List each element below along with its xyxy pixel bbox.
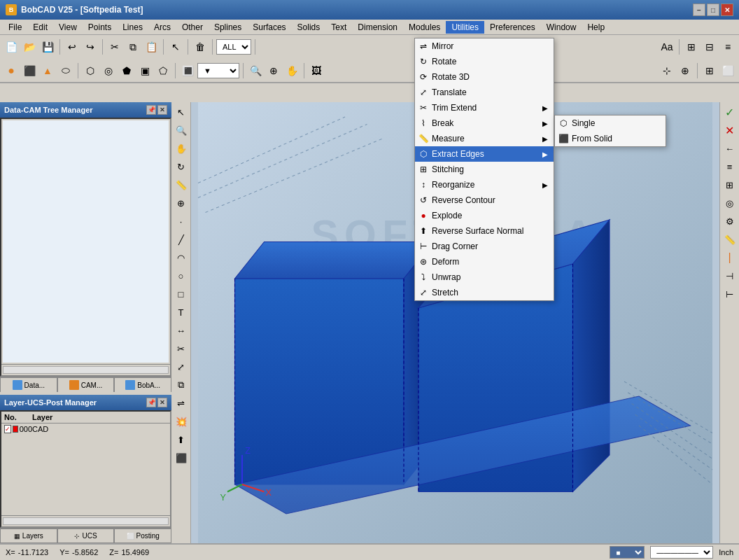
- layer-panel-pin[interactable]: 📌: [146, 398, 156, 407]
- menu-rotate[interactable]: ↻ Rotate: [415, 54, 554, 69]
- menu-deform[interactable]: ⊛ Deform: [415, 254, 554, 270]
- menu-modules[interactable]: Modules: [403, 21, 446, 34]
- menu-preferences[interactable]: Preferences: [484, 21, 541, 34]
- menu-extract-edges[interactable]: ⬡ Extract Edges ▶: [415, 146, 554, 162]
- redo-btn[interactable]: ↪: [82, 38, 99, 55]
- tree-scrollbar[interactable]: [1, 364, 170, 375]
- shape3-btn[interactable]: ⬟: [118, 62, 135, 79]
- tool-circle[interactable]: ○: [173, 267, 190, 284]
- menu-unwrap[interactable]: ⤵ Unwrap: [415, 270, 554, 285]
- menu-explode[interactable]: ● Explode: [415, 208, 554, 223]
- select-btn[interactable]: ↖: [167, 38, 184, 55]
- tool-r8[interactable]: ⊢: [722, 286, 738, 302]
- color-combo[interactable]: ■: [610, 546, 645, 559]
- tool-point[interactable]: ·: [173, 213, 190, 230]
- menu-view[interactable]: View: [53, 21, 83, 34]
- menu-lines[interactable]: Lines: [117, 21, 148, 34]
- tool-r2[interactable]: ⊞: [722, 176, 738, 193]
- tool-dim[interactable]: ↔: [173, 322, 190, 339]
- circle-btn[interactable]: ●: [3, 62, 20, 79]
- tool-rotate-view[interactable]: ↻: [173, 158, 190, 175]
- tool-pan[interactable]: ✋: [173, 140, 190, 157]
- view-btn2[interactable]: ⊟: [701, 38, 718, 55]
- tree-panel-pin[interactable]: 📌: [146, 105, 156, 115]
- sym-btn2[interactable]: ⬜: [719, 62, 736, 79]
- submenu-from-solid[interactable]: ⬛ From Solid: [555, 131, 666, 146]
- menu-splines[interactable]: Splines: [209, 21, 247, 34]
- view-combo[interactable]: ▼: [197, 63, 239, 78]
- tool-text[interactable]: T: [173, 304, 190, 321]
- shape2-btn[interactable]: ◎: [100, 62, 117, 79]
- menu-mirror[interactable]: ⇌ Mirror: [415, 38, 554, 54]
- cone-btn[interactable]: ▲: [39, 62, 56, 79]
- tool-r1[interactable]: ≡: [722, 158, 738, 175]
- tool-snap[interactable]: ⊕: [173, 195, 190, 211]
- tool-arc[interactable]: ◠: [173, 249, 190, 266]
- delete-btn[interactable]: 🗑: [192, 38, 209, 55]
- restore-button[interactable]: □: [707, 4, 719, 16]
- tool-extrude[interactable]: ⬆: [173, 431, 190, 448]
- shape4-btn[interactable]: ▣: [136, 62, 153, 79]
- layer-check[interactable]: ✓: [4, 425, 11, 433]
- menu-edit[interactable]: Edit: [27, 21, 53, 34]
- cube-btn[interactable]: ⬛: [21, 62, 38, 79]
- all-combo[interactable]: ALL: [216, 39, 251, 55]
- menu-translate[interactable]: ⤢ Translate: [415, 85, 554, 100]
- menu-rotate3d[interactable]: ⟳ Rotate 3D: [415, 69, 554, 85]
- zoom-btn[interactable]: 🔍: [247, 62, 264, 79]
- close-button[interactable]: ✕: [721, 4, 733, 16]
- menu-help[interactable]: Help: [582, 21, 610, 34]
- layer-hscrollbar[interactable]: [1, 515, 170, 526]
- menu-other[interactable]: Other: [176, 21, 209, 34]
- line-combo[interactable]: ——————: [650, 546, 713, 559]
- menu-window[interactable]: Window: [541, 21, 582, 34]
- layer-panel-close[interactable]: ✕: [157, 398, 167, 407]
- tool-back[interactable]: ←: [722, 140, 738, 157]
- tab-data[interactable]: Data...: [0, 377, 57, 392]
- shape5-btn[interactable]: ⬠: [155, 62, 171, 79]
- cylinder-btn[interactable]: ⬭: [57, 62, 74, 79]
- menu-solids[interactable]: Solids: [292, 21, 326, 34]
- view-btn1[interactable]: ⊞: [683, 38, 700, 55]
- menu-file[interactable]: File: [3, 21, 27, 34]
- tool-trim[interactable]: ✂: [173, 340, 190, 357]
- pan-btn[interactable]: ✋: [283, 62, 300, 79]
- snap-btn2[interactable]: ⊕: [677, 62, 694, 79]
- menu-reorganize[interactable]: ↕ Reorganize ▶: [415, 177, 554, 192]
- tab-layers[interactable]: ▦ Layers: [0, 528, 57, 543]
- tool-rect[interactable]: □: [173, 286, 190, 302]
- menu-trim-extend[interactable]: ✂ Trim Extend ▶: [415, 100, 554, 115]
- menu-text[interactable]: Text: [325, 21, 352, 34]
- font-btn[interactable]: Aa: [659, 38, 675, 55]
- layer-row[interactable]: ✓ 000 CAD: [1, 424, 170, 435]
- menu-dimension[interactable]: Dimension: [352, 21, 403, 34]
- tab-ucs[interactable]: ⊹ UCS: [57, 528, 115, 543]
- tool-mirror2[interactable]: ⇌: [173, 395, 190, 412]
- new-btn[interactable]: 📄: [3, 38, 20, 55]
- tool-cancel[interactable]: ✕: [722, 122, 738, 139]
- menu-surfaces[interactable]: Surfaces: [247, 21, 291, 34]
- view-btn3[interactable]: ≡: [719, 38, 736, 55]
- tab-cam[interactable]: CAM...: [57, 377, 115, 392]
- tool-explode2[interactable]: 💥: [173, 413, 190, 430]
- tool-select[interactable]: ↖: [173, 104, 190, 120]
- tree-panel-close[interactable]: ✕: [157, 105, 167, 115]
- open-btn[interactable]: 📂: [21, 38, 38, 55]
- submenu-single[interactable]: ⬡ Single: [555, 115, 666, 131]
- menu-reverse-contour[interactable]: ↺ Reverse Contour: [415, 192, 554, 208]
- snap-btn1[interactable]: ⊹: [659, 62, 675, 79]
- paste-btn[interactable]: 📋: [143, 38, 160, 55]
- tool-accept[interactable]: ✓: [722, 104, 738, 120]
- tool-zoom-in[interactable]: 🔍: [173, 122, 190, 139]
- sym-btn1[interactable]: ⊞: [701, 62, 718, 79]
- view3d-btn[interactable]: 🔳: [179, 62, 196, 79]
- tool-r6[interactable]: |: [722, 249, 738, 266]
- menu-stretch[interactable]: ⤢ Stretch: [415, 285, 554, 300]
- tool-r4[interactable]: ⚙: [722, 213, 738, 230]
- undo-btn[interactable]: ↩: [64, 38, 80, 55]
- menu-drag-corner[interactable]: ⊢ Drag Corner: [415, 239, 554, 254]
- menu-measure[interactable]: 📏 Measure ▶: [415, 131, 554, 146]
- menu-break[interactable]: ⌇ Break ▶: [415, 115, 554, 131]
- zoom2-btn[interactable]: ⊕: [265, 62, 282, 79]
- tool-move[interactable]: ⤢: [173, 358, 190, 375]
